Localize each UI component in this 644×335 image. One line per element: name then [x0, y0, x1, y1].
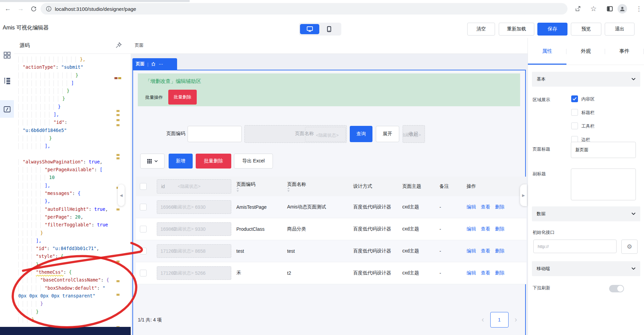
checkbox-标题栏[interactable]: [571, 109, 578, 116]
table-row: 169862<隐藏状态>9330ProductClass商品分类百度低代码设计器…: [136, 218, 527, 240]
row-actions: 编辑查看删除: [467, 226, 527, 232]
row-actions: 编辑查看删除: [467, 204, 527, 210]
tab-events[interactable]: 事件: [605, 38, 644, 65]
row-name: test: [287, 248, 353, 254]
warning-marker: [116, 124, 120, 126]
section-basic[interactable]: 基本: [532, 72, 640, 87]
api-settings-button[interactable]: ⚙: [621, 240, 638, 254]
code-line: ],: [18, 237, 131, 245]
add-button[interactable]: 新增: [169, 154, 193, 169]
bookmark-star-icon[interactable]: ☆: [589, 4, 598, 13]
row-theme: cxd主题: [402, 204, 439, 210]
page-code-input[interactable]: [188, 126, 242, 142]
view-link[interactable]: 查看: [481, 248, 490, 253]
source-code-panel-icon[interactable]: [3, 106, 11, 113]
breadcrumb[interactable]: 页面: [135, 42, 144, 48]
prev-page-icon[interactable]: ‹: [481, 315, 484, 324]
crud-helper-title: 「增删改查」编辑辅助区: [145, 78, 201, 85]
init-api-input[interactable]: http://: [533, 240, 617, 253]
side-panel-icon[interactable]: [605, 4, 614, 13]
code-editor[interactable]: },"actionType": "submit"}]}}}],"id":"u:6…: [14, 53, 131, 327]
site-info-icon[interactable]: [46, 6, 51, 12]
section-data[interactable]: 数据: [532, 206, 640, 221]
browser-menu-icon[interactable]: ⋮: [635, 4, 643, 13]
view-link[interactable]: 查看: [481, 270, 490, 275]
code-token: true: [97, 222, 108, 227]
more-actions-icon[interactable]: ⋯: [158, 62, 163, 67]
collapse-source-handle[interactable]: ◀: [118, 184, 125, 206]
code-token: }: [40, 301, 43, 306]
indent-guides: [18, 246, 36, 252]
preview-button[interactable]: 预览: [571, 23, 601, 36]
expand-button[interactable]: 展开: [376, 126, 399, 142]
collapse-button-hidden[interactable]: <隐藏状态> 收起: [403, 125, 425, 143]
page-name-filter-hidden[interactable]: 页面名称 <隐藏状态>: [244, 125, 347, 143]
selected-component-tag[interactable]: 页面 | ⋯: [132, 58, 177, 70]
export-excel-button[interactable]: 导出 Excel: [234, 154, 273, 169]
share-icon[interactable]: [574, 4, 582, 13]
page-title-input[interactable]: 新页面: [571, 142, 636, 158]
name-header[interactable]: 页面名称: [287, 181, 353, 192]
tab-attributes[interactable]: 属性: [528, 38, 566, 65]
selected-component-label: 页面: [136, 61, 145, 67]
row-checkbox[interactable]: [140, 204, 147, 210]
pin-icon[interactable]: [115, 42, 122, 49]
page-component[interactable]: 「增删改查」编辑辅助区 批量操作 批量删除 页面编码 页面名称 <隐藏状态> 查…: [132, 70, 526, 335]
sort-icon[interactable]: [236, 187, 287, 192]
clear-button[interactable]: 清空: [467, 23, 495, 36]
source-panel: 源码 },"actionType": "submit"}]}}}],"id":"…: [14, 38, 131, 335]
delete-link[interactable]: 删除: [495, 270, 505, 275]
desktop-view-button[interactable]: [300, 24, 319, 34]
row-checkbox[interactable]: [140, 226, 147, 232]
pull-refresh-toggle[interactable]: [609, 285, 624, 292]
drag-bug-icon[interactable]: [151, 62, 156, 66]
outline-tree-icon[interactable]: [3, 77, 11, 85]
back-icon[interactable]: ←: [3, 4, 12, 13]
view-link[interactable]: 查看: [481, 204, 490, 209]
code-line: "alwaysShowPagination": true,: [18, 158, 131, 166]
forward-icon[interactable]: →: [16, 4, 25, 13]
code-line: "u:6b6d0f1846e5": [18, 127, 131, 134]
delete-link[interactable]: 删除: [495, 248, 505, 253]
sort-icon[interactable]: [287, 187, 353, 192]
checkbox-工具栏[interactable]: [571, 122, 578, 129]
code-line: "perPage": 20,: [18, 213, 131, 221]
query-button[interactable]: 查询: [350, 126, 372, 142]
code-header[interactable]: 页面编码: [236, 181, 287, 192]
bulk-delete-helper-button[interactable]: 批量删除: [168, 90, 197, 105]
components-grid-icon[interactable]: [3, 51, 11, 59]
indent-guides: [18, 191, 45, 197]
reload-icon[interactable]: [29, 4, 38, 13]
url-bar[interactable]: localhost:3100/studio/designer/page: [41, 3, 567, 15]
edit-link[interactable]: 编辑: [467, 226, 476, 231]
next-page-icon[interactable]: ›: [515, 315, 517, 324]
edit-link[interactable]: 编辑: [467, 248, 476, 253]
row-checkbox[interactable]: [140, 248, 147, 254]
bulk-delete-button[interactable]: 批量删除: [196, 154, 231, 169]
column-settings-dropdown[interactable]: [140, 154, 165, 169]
edit-link[interactable]: 编辑: [467, 204, 476, 209]
code-token: :: [101, 277, 106, 283]
select-all-checkbox[interactable]: [140, 183, 147, 190]
indent-guides: [18, 175, 49, 181]
subtitle-textarea[interactable]: [571, 169, 636, 200]
exit-button[interactable]: 退出: [605, 23, 635, 36]
mobile-view-button[interactable]: [319, 24, 339, 34]
delete-link[interactable]: 删除: [495, 226, 505, 231]
current-page-button[interactable]: 1: [490, 312, 509, 328]
edit-link[interactable]: 编辑: [467, 270, 476, 275]
profile-avatar[interactable]: [618, 4, 627, 14]
delete-link[interactable]: 删除: [495, 204, 505, 209]
section-mobile[interactable]: 移动端: [532, 261, 640, 276]
code-line: }: [18, 71, 131, 79]
row-checkbox[interactable]: [140, 270, 147, 276]
save-button[interactable]: 保存: [537, 23, 567, 36]
row-checkbox-cell: [136, 270, 157, 276]
checkbox-内容区[interactable]: [571, 95, 578, 102]
tab-appearance[interactable]: 外观: [566, 38, 605, 65]
indent-guides: [18, 96, 62, 102]
indent-guides: [18, 112, 53, 118]
reload-page-button[interactable]: 重新加载: [499, 23, 534, 36]
collapse-inspector-handle[interactable]: ▶: [520, 184, 527, 206]
view-link[interactable]: 查看: [481, 226, 490, 231]
